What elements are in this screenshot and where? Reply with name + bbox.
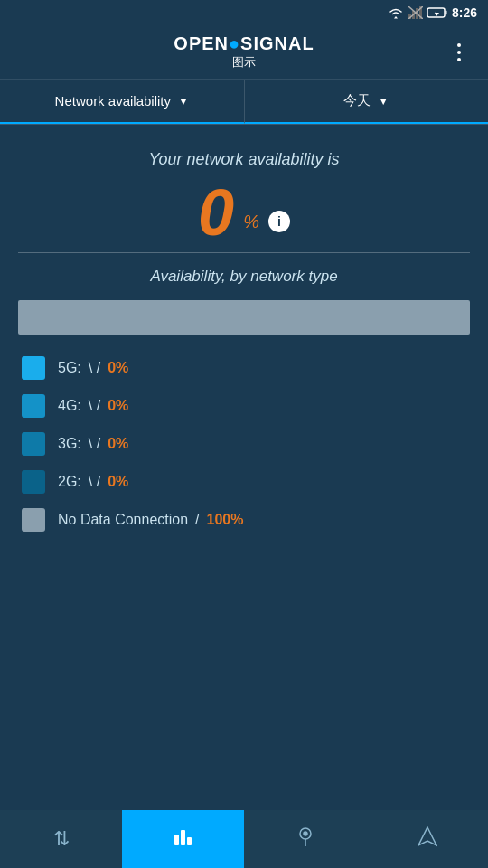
network-item-label: 3G: \ / 0%: [58, 436, 128, 452]
info-button[interactable]: i: [268, 211, 290, 232]
app-bar: OPEN●SIGNAL 图示: [0, 25, 488, 80]
network-label-text: 5G:: [58, 360, 81, 376]
network-percentage: 0%: [108, 436, 128, 452]
availability-percentage: 0: [198, 180, 234, 245]
svg-rect-7: [445, 11, 446, 15]
app-logo: OPEN●SIGNAL 图示: [174, 33, 314, 71]
wifi-icon: [388, 6, 404, 19]
svg-point-12: [304, 832, 307, 835]
network-color-swatch: [22, 394, 45, 418]
nav-item-speed[interactable]: ⇅: [0, 810, 122, 868]
speed-icon: ⇅: [53, 827, 70, 851]
network-list-item: 3G: \ / 0%: [22, 432, 466, 456]
network-list-item: 2G: \ / 0%: [22, 470, 466, 494]
svg-marker-14: [418, 827, 436, 845]
status-time: 8:26: [452, 5, 477, 20]
network-percentage: 0%: [108, 474, 128, 490]
network-color-swatch: [22, 432, 45, 456]
network-separator: \ /: [89, 436, 100, 452]
percentage-row: 0 % i: [18, 180, 470, 245]
network-item-label: 2G: \ / 0%: [58, 474, 128, 490]
navigation-icon: [418, 826, 437, 853]
battery-icon: [427, 6, 447, 19]
nav-item-dashboard[interactable]: [122, 810, 244, 868]
network-list-item: 5G: \ / 0%: [22, 356, 466, 380]
svg-rect-9: [181, 830, 185, 845]
network-label-text: 2G:: [58, 474, 81, 490]
network-label-text: No Data Connection: [58, 512, 188, 528]
network-filter-arrow-icon: ▼: [178, 95, 189, 108]
logo-dot: ●: [229, 33, 240, 53]
menu-dot-3: [457, 58, 461, 61]
network-separator: \ /: [89, 474, 100, 490]
network-list-item: No Data Connection / 100%: [22, 508, 466, 532]
status-bar: 8:26: [0, 0, 488, 25]
filter-bar: Network availability ▼ 今天 ▼: [0, 80, 488, 125]
network-item-label: 4G: \ / 0%: [58, 398, 128, 414]
bottom-navigation: ⇅: [0, 810, 488, 868]
network-type-heading: Availability, by network type: [18, 268, 470, 286]
network-color-swatch: [22, 356, 45, 380]
network-percentage: 0%: [108, 398, 128, 414]
divider: [18, 252, 470, 253]
network-item-label: 5G: \ / 0%: [58, 360, 128, 376]
network-label-text: 4G:: [58, 398, 81, 414]
network-separator: /: [195, 512, 199, 528]
time-filter-arrow-icon: ▼: [378, 95, 389, 108]
logo-sub: 图示: [174, 54, 314, 71]
network-color-swatch: [22, 508, 45, 532]
svg-rect-8: [174, 835, 179, 845]
main-content: Your network availability is 0 % i Avail…: [0, 125, 488, 532]
menu-dot-2: [457, 51, 461, 54]
availability-headline: Your network availability is: [18, 150, 470, 169]
time-filter-label: 今天: [343, 92, 371, 109]
network-list-item: 4G: \ / 0%: [22, 394, 466, 418]
network-separator: \ /: [89, 360, 100, 376]
dashboard-icon: [173, 826, 194, 853]
network-separator: \ /: [89, 398, 100, 414]
network-color-swatch: [22, 470, 45, 494]
signal-icon: [408, 6, 423, 19]
network-label-text: 3G:: [58, 436, 81, 452]
network-type-list: 5G: \ / 0%4G: \ / 0%3G: \ / 0%2G: \ / 0%…: [18, 356, 470, 532]
network-filter-dropdown[interactable]: Network availability ▼: [0, 80, 245, 124]
status-icons: 8:26: [388, 5, 477, 20]
overflow-menu-button[interactable]: [445, 38, 474, 67]
logo-main: OPEN●SIGNAL: [174, 33, 314, 54]
network-percentage: 100%: [207, 512, 244, 528]
network-item-label: No Data Connection / 100%: [58, 512, 243, 528]
menu-dot-1: [457, 43, 461, 47]
time-filter-dropdown[interactable]: 今天 ▼: [245, 80, 489, 124]
availability-chart: [18, 300, 470, 335]
location-icon: [296, 826, 315, 853]
nav-item-navigation[interactable]: [366, 810, 488, 868]
svg-rect-10: [187, 837, 192, 845]
nav-item-location[interactable]: [244, 810, 366, 868]
network-filter-label: Network availability: [55, 93, 171, 108]
percentage-symbol: %: [243, 212, 259, 232]
network-percentage: 0%: [108, 360, 128, 376]
